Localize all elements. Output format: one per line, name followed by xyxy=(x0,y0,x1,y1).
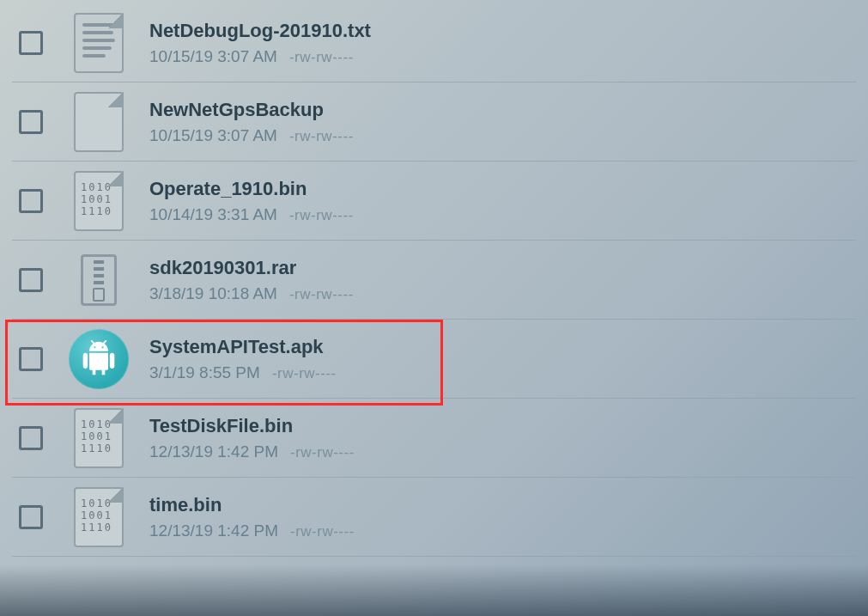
file-type-icon xyxy=(69,13,129,73)
file-permissions: -rw-rw---- xyxy=(290,523,355,540)
file-date: 10/14/19 3:31 AM xyxy=(149,205,277,224)
android-apk-icon xyxy=(69,329,129,389)
file-date: 3/1/19 8:55 PM xyxy=(149,363,260,382)
binary-file-icon: 1010 1001 1110 xyxy=(74,408,124,468)
list-item[interactable]: NewNetGpsBackup 10/15/19 3:07 AM -rw-rw-… xyxy=(12,82,856,162)
file-name: sdk20190301.rar xyxy=(149,257,354,279)
file-permissions: -rw-rw---- xyxy=(272,365,337,382)
list-item[interactable]: 1010 1001 1110 TestDiskFile.bin 12/13/19… xyxy=(12,399,856,478)
file-info: SystemAPITest.apk 3/1/19 8:55 PM -rw-rw-… xyxy=(149,336,337,382)
file-date: 12/13/19 1:42 PM xyxy=(149,521,278,540)
file-info: NewNetGpsBackup 10/15/19 3:07 AM -rw-rw-… xyxy=(149,99,354,145)
file-permissions: -rw-rw---- xyxy=(289,128,354,145)
file-date: 3/18/19 10:18 AM xyxy=(149,284,277,303)
checkbox[interactable] xyxy=(19,347,43,371)
file-meta: 10/15/19 3:07 AM -rw-rw---- xyxy=(149,126,354,145)
file-date: 10/15/19 3:07 AM xyxy=(149,126,277,145)
file-manager-screen: NetDebugLog-201910.txt 10/15/19 3:07 AM … xyxy=(0,0,868,616)
list-item[interactable]: 1010 1001 1110 Operate_1910.bin 10/14/19… xyxy=(12,162,856,241)
file-name: Operate_1910.bin xyxy=(149,178,354,200)
file-name: NetDebugLog-201910.txt xyxy=(149,20,371,42)
divider xyxy=(12,556,856,557)
file-name: NewNetGpsBackup xyxy=(149,99,354,121)
checkbox[interactable] xyxy=(19,268,43,292)
file-info: TestDiskFile.bin 12/13/19 1:42 PM -rw-rw… xyxy=(149,415,355,461)
file-info: sdk20190301.rar 3/18/19 10:18 AM -rw-rw-… xyxy=(149,257,354,303)
list-item[interactable]: NetDebugLog-201910.txt 10/15/19 3:07 AM … xyxy=(12,3,856,82)
file-meta: 3/1/19 8:55 PM -rw-rw---- xyxy=(149,363,337,382)
file-type-icon: 1010 1001 1110 xyxy=(69,408,129,468)
archive-file-icon xyxy=(81,254,117,306)
file-type-icon: 1010 1001 1110 xyxy=(69,487,129,547)
generic-file-icon xyxy=(74,92,124,152)
file-permissions: -rw-rw---- xyxy=(289,286,354,303)
file-type-icon xyxy=(69,329,129,389)
file-meta: 10/15/19 3:07 AM -rw-rw---- xyxy=(149,47,371,66)
file-type-icon: 1010 1001 1110 xyxy=(69,171,129,231)
file-name: SystemAPITest.apk xyxy=(149,336,337,358)
file-info: time.bin 12/13/19 1:42 PM -rw-rw---- xyxy=(149,494,355,540)
list-item[interactable]: sdk20190301.rar 3/18/19 10:18 AM -rw-rw-… xyxy=(12,241,856,320)
checkbox[interactable] xyxy=(19,31,43,55)
file-permissions: -rw-rw---- xyxy=(289,49,354,66)
list-item[interactable]: SystemAPITest.apk 3/1/19 8:55 PM -rw-rw-… xyxy=(12,320,856,399)
file-date: 12/13/19 1:42 PM xyxy=(149,442,278,461)
text-file-icon xyxy=(74,13,124,73)
checkbox[interactable] xyxy=(19,426,43,450)
list-item[interactable]: 1010 1001 1110 time.bin 12/13/19 1:42 PM… xyxy=(12,478,856,557)
file-meta: 10/14/19 3:31 AM -rw-rw---- xyxy=(149,205,354,224)
file-permissions: -rw-rw---- xyxy=(290,444,355,461)
file-meta: 3/18/19 10:18 AM -rw-rw---- xyxy=(149,284,354,303)
file-meta: 12/13/19 1:42 PM -rw-rw---- xyxy=(149,521,355,540)
checkbox[interactable] xyxy=(19,110,43,134)
file-meta: 12/13/19 1:42 PM -rw-rw---- xyxy=(149,442,355,461)
file-info: Operate_1910.bin 10/14/19 3:31 AM -rw-rw… xyxy=(149,178,354,224)
binary-file-icon: 1010 1001 1110 xyxy=(74,171,124,231)
file-info: NetDebugLog-201910.txt 10/15/19 3:07 AM … xyxy=(149,20,371,66)
checkbox[interactable] xyxy=(19,189,43,213)
checkbox[interactable] xyxy=(19,505,43,529)
file-type-icon xyxy=(69,250,129,310)
file-permissions: -rw-rw---- xyxy=(289,207,354,224)
binary-file-icon: 1010 1001 1110 xyxy=(74,487,124,547)
file-list: NetDebugLog-201910.txt 10/15/19 3:07 AM … xyxy=(12,3,856,557)
file-date: 10/15/19 3:07 AM xyxy=(149,47,277,66)
file-type-icon xyxy=(69,92,129,152)
file-name: TestDiskFile.bin xyxy=(149,415,355,437)
file-name: time.bin xyxy=(149,494,355,516)
